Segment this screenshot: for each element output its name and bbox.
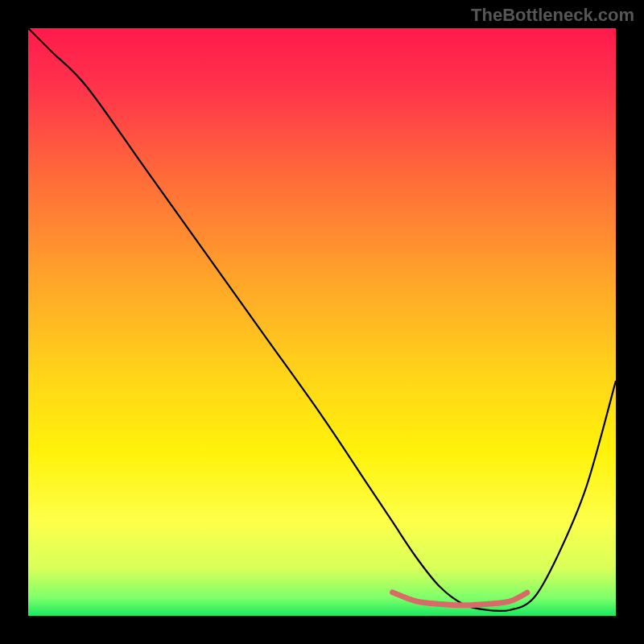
- watermark-text: TheBottleneck.com: [471, 5, 634, 26]
- bottleneck-curve: [28, 28, 616, 611]
- curves-layer: [28, 28, 616, 616]
- optimal-range-marker: [393, 592, 528, 605]
- chart-container: TheBottleneck.com: [0, 0, 644, 644]
- plot-area: [28, 28, 616, 616]
